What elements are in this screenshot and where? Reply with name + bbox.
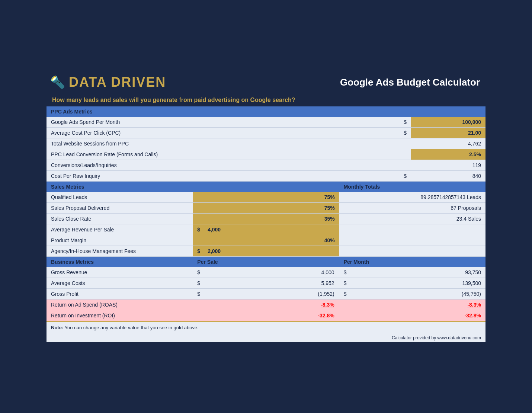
business-label-2: Average Costs [47, 278, 193, 288]
business-label-4: Return on Ad Spend (ROAS) [47, 300, 193, 310]
logo-icon: 🔦 [50, 75, 65, 89]
sales-label-5: Product Margin [47, 235, 193, 246]
business-per-sale-4: -8.3% [193, 300, 339, 310]
ppc-row-6: Cost Per Raw Inquiry $ 840 [47, 171, 485, 182]
sales-value-4[interactable]: $4,000 [193, 224, 339, 235]
ppc-header-value [411, 106, 485, 117]
business-label-5: Return on Investment (ROI) [47, 310, 193, 321]
ppc-row-4: PPC Lead Conversion Rate (Forms and Call… [47, 149, 485, 160]
ppc-label-6: Cost Per Raw Inquiry [47, 171, 389, 181]
ppc-header-dollar [389, 106, 411, 117]
ppc-header-label: PPC Ads Metrics [47, 106, 389, 117]
sales-result-6 [339, 246, 485, 256]
business-per-month-1: $93,750 [339, 267, 485, 278]
business-per-sale-5: -32.8% [193, 310, 339, 321]
ppc-section: PPC Ads Metrics Google Ads Spend Per Mon… [47, 106, 485, 182]
business-row-4: Return on Ad Spend (ROAS) -8.3% -8.3% [47, 300, 485, 310]
business-per-sale-3: $(1,952) [193, 289, 339, 299]
business-label-1: Gross Revenue [47, 267, 193, 278]
calculator-container: 🔦 DATA DRIVEN Google Ads Budget Calculat… [43, 67, 489, 346]
sales-row-2: Sales Proposal Delivered 75% 67 Proposal… [47, 203, 485, 214]
ppc-row-5: Conversions/Leads/Inquiries 119 [47, 160, 485, 171]
sales-value-6[interactable]: $2,000 [193, 246, 339, 256]
sales-result-5 [339, 235, 485, 246]
sales-percent-5[interactable]: 40% [193, 235, 339, 246]
sales-result-2: 67 Proposals [339, 203, 485, 213]
ppc-label-2: Average Cost Per Click (CPC) [47, 128, 389, 138]
sales-header-mid [193, 182, 339, 192]
business-per-month-5: -32.8% [339, 310, 485, 321]
sales-label-6: Agency/In-House Management Fees [47, 246, 193, 256]
sales-label-2: Sales Proposal Delivered [47, 203, 193, 213]
sales-label-4: Average Revenue Per Sale [47, 224, 193, 235]
logo-text: DATA DRIVEN [69, 74, 166, 90]
ppc-dollar-6: $ [389, 171, 411, 181]
business-header-per-sale: Per Sale [193, 257, 339, 267]
sales-percent-1[interactable]: 75% [193, 192, 339, 202]
page-title: Google Ads Budget Calculator [340, 77, 480, 88]
ppc-header-row: PPC Ads Metrics [47, 106, 485, 117]
sales-row-6: Agency/In-House Management Fees $2,000 [47, 246, 485, 257]
sales-row-5: Product Margin 40% [47, 235, 485, 246]
ppc-dollar-2: $ [389, 128, 411, 138]
business-row-3: Gross Profit $(1,952) $(45,750) [47, 289, 485, 300]
note-text: You can change any variable value that y… [63, 325, 199, 330]
sales-header-right: Monthly Totals [339, 182, 485, 192]
sales-percent-3[interactable]: 35% [193, 214, 339, 224]
business-header-per-month: Per Month [339, 257, 485, 267]
ppc-value-1[interactable]: 100,000 [411, 117, 485, 127]
ppc-value-4[interactable]: 2.5% [411, 149, 485, 160]
business-row-1: Gross Revenue $4,000 $93,750 [47, 267, 485, 278]
sales-section: Sales Metrics Monthly Totals Qualified L… [47, 182, 485, 257]
note-bold: Note: [51, 325, 63, 330]
ppc-row-1: Google Ads Spend Per Month $ 100,000 [47, 117, 485, 128]
business-header-row: Business Metrics Per Sale Per Month [47, 257, 485, 267]
footer: Calculator provided by www.datadrivenu.c… [47, 333, 485, 342]
business-per-month-3: $(45,750) [339, 289, 485, 299]
sales-result-1: 89.2857142857143 Leads [339, 192, 485, 202]
ppc-label-3: Total Website Sessions from PPC [47, 138, 389, 149]
sales-result-4 [339, 224, 485, 235]
business-row-5: Return on Investment (ROI) -32.8% -32.8% [47, 310, 485, 321]
ppc-row-2: Average Cost Per Click (CPC) $ 21.00 [47, 128, 485, 138]
ppc-label-4: PPC Lead Conversion Rate (Forms and Call… [47, 149, 389, 160]
sales-label-1: Qualified Leads [47, 192, 193, 202]
business-section: Business Metrics Per Sale Per Month Gros… [47, 257, 485, 321]
note-bar: Note: You can change any variable value … [47, 321, 485, 333]
ppc-dollar-4 [389, 149, 411, 160]
sales-result-3: 23.4 Sales [339, 214, 485, 224]
main-content: PPC Ads Metrics Google Ads Spend Per Mon… [47, 106, 485, 342]
subtitle: How many leads and sales will you genera… [47, 94, 485, 106]
sales-row-4: Average Revenue Per Sale $4,000 [47, 224, 485, 235]
ppc-label-5: Conversions/Leads/Inquiries [47, 160, 389, 170]
business-label-3: Gross Profit [47, 289, 193, 299]
ppc-label-1: Google Ads Spend Per Month [47, 117, 389, 127]
ppc-row-3: Total Website Sessions from PPC 4,762 [47, 138, 485, 149]
ppc-value-3: 4,762 [411, 138, 485, 149]
business-header-label: Business Metrics [47, 257, 193, 267]
ppc-value-5: 119 [411, 160, 485, 170]
header: 🔦 DATA DRIVEN Google Ads Budget Calculat… [47, 71, 485, 94]
sales-row-3: Sales Close Rate 35% 23.4 Sales [47, 214, 485, 224]
business-row-2: Average Costs $5,952 $139,500 [47, 278, 485, 289]
business-per-sale-2: $5,952 [193, 278, 339, 288]
logo-area: 🔦 DATA DRIVEN [50, 74, 166, 90]
business-per-month-2: $139,500 [339, 278, 485, 288]
ppc-dollar-5 [389, 160, 411, 170]
sales-percent-2[interactable]: 75% [193, 203, 339, 213]
ppc-dollar-3 [389, 138, 411, 149]
sales-header-row: Sales Metrics Monthly Totals [47, 182, 485, 192]
sales-row-1: Qualified Leads 75% 89.2857142857143 Lea… [47, 192, 485, 203]
ppc-dollar-1: $ [389, 117, 411, 127]
footer-link[interactable]: Calculator provided by www.datadrivenu.c… [392, 335, 481, 340]
ppc-value-6: 840 [411, 171, 485, 181]
business-per-sale-1: $4,000 [193, 267, 339, 278]
business-per-month-4: -8.3% [339, 300, 485, 310]
sales-header-label: Sales Metrics [47, 182, 193, 192]
sales-label-3: Sales Close Rate [47, 214, 193, 224]
ppc-value-2[interactable]: 21.00 [411, 128, 485, 138]
